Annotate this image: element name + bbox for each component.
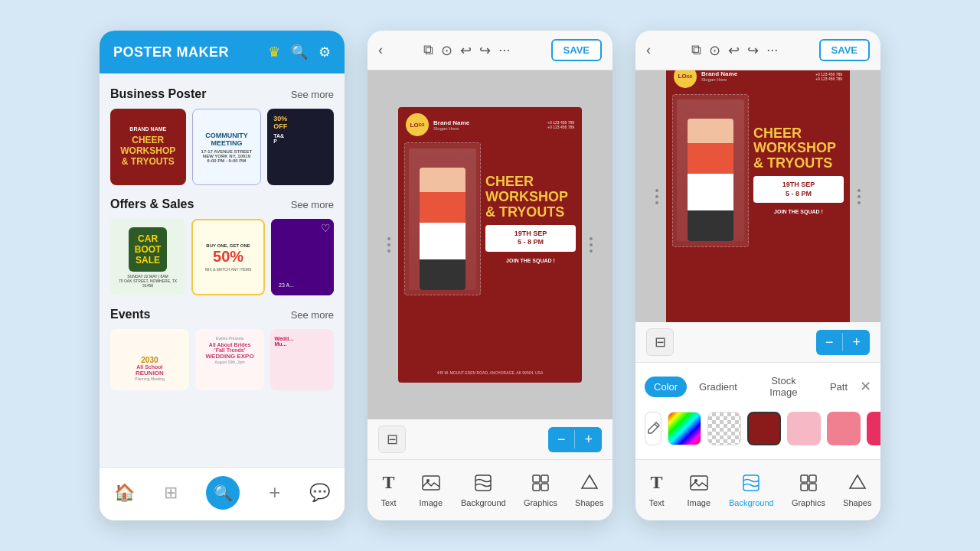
color-panel-close[interactable]: ✕ (860, 378, 871, 395)
tab-pattern[interactable]: Patt (821, 377, 857, 397)
template-ev3[interactable]: Wedd...Mu... (270, 329, 334, 390)
save-button[interactable]: SAVE (551, 39, 602, 61)
events-section-header: Events See more (110, 308, 334, 321)
screen-library: POSTER MAKER ♛ 🔍 ⚙ Business Poster See m… (100, 31, 345, 520)
color-tool-text[interactable]: T Text (645, 471, 669, 507)
rainbow-swatch[interactable] (668, 412, 701, 445)
nav-grid[interactable]: ⊞ (164, 483, 178, 503)
color-poster-text: CHEERWORKSHOP& TRYOUTS 19TH SEP5 - 8 PM … (753, 94, 844, 247)
background-tool-icon (471, 471, 495, 495)
copy-layout-icon[interactable]: ⧉ (423, 42, 433, 58)
shapes-tool-icon (577, 471, 602, 495)
color-zoom-out-button[interactable]: − (816, 330, 843, 355)
offers-see-more[interactable]: See more (291, 199, 334, 210)
editor-header: ‹ ⧉ ⊙ ↩ ↪ ··· SAVE (368, 31, 612, 70)
header-icons: ♛ 🔍 ⚙ (268, 44, 331, 60)
color-tool-background[interactable]: Background (729, 471, 774, 507)
undo-icon[interactable]: ↩ (460, 42, 472, 59)
more-icon[interactable]: ··· (498, 42, 510, 58)
color-editor-controls: ⊟ − + (635, 322, 880, 362)
template-os2[interactable]: BUY ONE, GET ONE 50% MIX & MATCH ANY ITE… (191, 219, 265, 295)
poster-brand: Brand Name Slogan Here (433, 119, 547, 131)
nav-message[interactable]: 💬 (309, 483, 330, 503)
svg-rect-2 (475, 475, 491, 491)
slogan-text: Slogan Here (433, 126, 547, 131)
ce-more-icon[interactable]: ··· (766, 42, 778, 58)
nav-search[interactable]: 🔍 (206, 476, 240, 510)
tool-image[interactable]: Image (419, 471, 443, 507)
business-see-more[interactable]: See more (291, 89, 334, 100)
text-tool-icon: T (377, 471, 401, 495)
light-pink-swatch[interactable] (787, 412, 821, 445)
color-tool-image[interactable]: Image (687, 471, 711, 507)
dark-red-swatch[interactable] (747, 412, 781, 445)
tool-background[interactable]: Background (461, 471, 506, 507)
cheerleader-image (404, 142, 481, 295)
color-tool-graphics[interactable]: Graphics (792, 471, 825, 507)
library-header: POSTER MAKER ♛ 🔍 ⚙ (100, 31, 345, 73)
color-poster-main: CHEERWORKSHOP& TRYOUTS 19TH SEP5 - 8 PM … (666, 94, 850, 247)
ce-redo-icon[interactable]: ↪ (747, 42, 759, 59)
template-bp2[interactable]: COMMUNITYMEETING 17-17 AVENUE STREETNEW … (192, 109, 262, 185)
events-see-more[interactable]: See more (291, 309, 334, 321)
svg-rect-6 (541, 484, 548, 491)
template-bp1[interactable]: Brand Name CHEERWORKSHOP& TRYOUTS (110, 109, 186, 185)
color-save-button[interactable]: SAVE (819, 39, 870, 61)
nav-home[interactable]: 🏠 (114, 483, 135, 503)
screen-editor: ‹ ⧉ ⊙ ↩ ↪ ··· SAVE LOGO Brand Name (368, 31, 612, 520)
poster-logo: LOGO (406, 113, 429, 136)
editor-controls: ⊟ − + (368, 419, 612, 459)
business-section-header: Business Poster See more (110, 87, 334, 101)
template-ev2[interactable]: Events Presents All About Brides'Fall Tr… (195, 329, 265, 390)
redo-icon[interactable]: ↪ (479, 42, 491, 59)
color-text-tool-icon: T (645, 471, 669, 495)
color-zoom-in-button[interactable]: + (843, 330, 870, 355)
ce-layers-icon[interactable]: ⊙ (709, 42, 720, 59)
text-tool-label: Text (381, 498, 397, 507)
join-text: JOIN THE SQUAD ! (485, 258, 576, 263)
tab-color[interactable]: Color (645, 377, 687, 397)
poster-text: CHEERWORKSHOP& TRYOUTS 19TH SEP5 - 8 PM … (485, 142, 576, 295)
nav-add[interactable]: + (269, 481, 280, 504)
template-os3[interactable]: ♡ 23 A... (271, 219, 334, 295)
eyedropper-tool[interactable] (645, 412, 662, 445)
color-poster-canvas[interactable]: LOGO Brand Name Slogan Here +0 123 456 7… (666, 70, 850, 322)
transparent-swatch[interactable] (707, 412, 741, 445)
color-graphics-tool-icon (796, 471, 821, 495)
color-page-indicator: ⊟ (646, 328, 674, 356)
color-background-tool-icon (739, 471, 763, 495)
ce-copy-icon[interactable]: ⧉ (691, 42, 701, 58)
ce-undo-icon[interactable]: ↩ (728, 42, 740, 59)
crown-icon[interactable]: ♛ (268, 44, 280, 60)
date-text: 19TH SEP5 - 8 PM (492, 230, 570, 247)
tool-graphics[interactable]: Graphics (524, 471, 557, 507)
poster-main: CHEERWORKSHOP& TRYOUTS 19TH SEP5 - 8 PM … (398, 142, 582, 295)
search-icon[interactable]: 🔍 (291, 44, 308, 60)
poster-canvas[interactable]: LOGO Brand Name Slogan Here +0 123 456 7… (398, 107, 582, 383)
tab-gradient[interactable]: Gradient (690, 377, 746, 397)
shapes-tool-label: Shapes (575, 498, 603, 507)
hot-pink-swatch[interactable] (867, 412, 880, 445)
template-ev1[interactable]: 2030 All School REUNION Planning Meeting (110, 329, 189, 390)
events-templates-row: 2030 All School REUNION Planning Meeting… (110, 329, 334, 390)
svg-rect-10 (801, 475, 808, 482)
search-circle[interactable]: 🔍 (206, 476, 240, 510)
color-tool-shapes[interactable]: Shapes (843, 471, 871, 507)
offers-templates-row: CARBOOTSALE SUNDAY 22 MAY | 8AM70 OAK ST… (110, 219, 334, 295)
tool-text[interactable]: T Text (377, 471, 401, 507)
layers-icon[interactable]: ⊙ (441, 42, 452, 59)
image-tool-label: Image (419, 498, 443, 507)
zoom-out-button[interactable]: − (548, 427, 575, 452)
template-bp3[interactable]: 30%OFF TA&P (267, 109, 334, 185)
search-nav-icon: 🔍 (214, 484, 233, 502)
color-slogan: Slogan Here (701, 77, 815, 82)
pink-swatch[interactable] (827, 412, 861, 445)
offers-section-header: Offers & Sales See more (110, 197, 334, 211)
template-os1[interactable]: CARBOOTSALE SUNDAY 22 MAY | 8AM70 OAK ST… (110, 219, 185, 295)
svg-rect-11 (809, 475, 816, 482)
settings-icon[interactable]: ⚙ (318, 44, 331, 60)
svg-rect-0 (423, 476, 439, 490)
tab-stock-image[interactable]: Stock Image (750, 370, 818, 403)
tool-shapes[interactable]: Shapes (575, 471, 603, 507)
zoom-in-button[interactable]: + (575, 427, 602, 452)
